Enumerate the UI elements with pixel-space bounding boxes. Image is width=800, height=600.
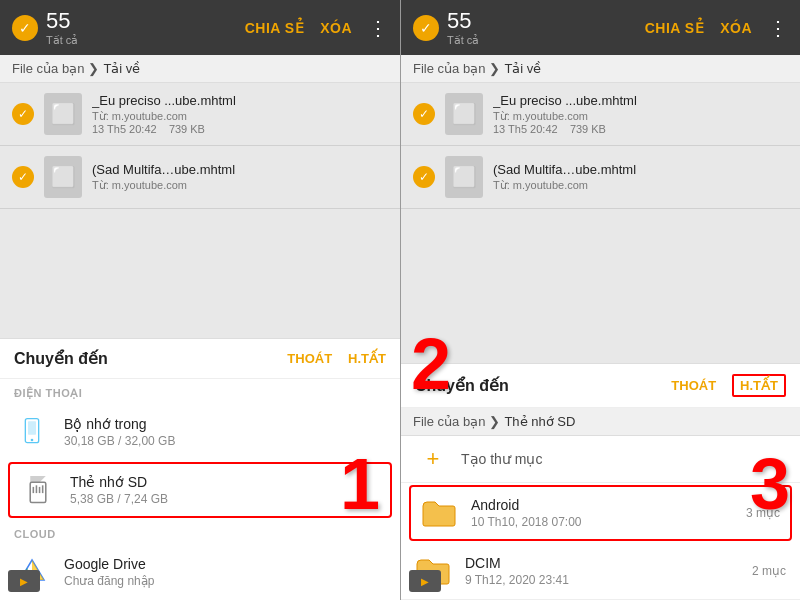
- file-check-right-2: ✓: [413, 166, 435, 188]
- check-icon-left: ✓: [12, 15, 38, 41]
- bottom-sheet-header-right: Chuyển đến THOÁT H.TẤT: [401, 364, 800, 408]
- folder-dcim[interactable]: DCIM 9 Th12, 2020 23:41 2 mục: [401, 543, 800, 600]
- file-list-left: ✓ ⬜ _Eu preciso ...ube.mhtml Từ: m.youtu…: [0, 83, 400, 338]
- cam-icon-right: [409, 570, 441, 592]
- file-meta-right-2: Từ: m.youtube.com: [493, 179, 788, 192]
- file-item-right-1[interactable]: ✓ ⬜ _Eu preciso ...ube.mhtml Từ: m.youtu…: [401, 83, 800, 146]
- breadcrumb-root-left[interactable]: File của bạn: [12, 61, 84, 76]
- check-icon-right: ✓: [413, 15, 439, 41]
- internal-storage-size: 30,18 GB / 32,00 GB: [64, 434, 386, 448]
- file-name-right-1: _Eu preciso ...ube.mhtml: [493, 93, 788, 108]
- file-info-2: (Sad Multifa…ube.mhtml Từ: m.youtube.com: [92, 162, 388, 192]
- storage-sdcard[interactable]: Thẻ nhớ SD 5,38 GB / 7,24 GB: [8, 462, 392, 518]
- count-label-left: 55: [46, 8, 70, 33]
- breadcrumb-bottom-sheet: File của bạn ❯ Thẻ nhớ SD: [401, 408, 800, 436]
- cam-icon-left: [8, 570, 40, 592]
- breadcrumb-arrow-right-top: ❯: [489, 61, 500, 76]
- panel-right: ✓ 55 Tất cả CHIA SẺ XÓA ⋮ File của bạn ❯…: [400, 0, 800, 600]
- file-check-right-1: ✓: [413, 103, 435, 125]
- breadcrumb-current-left[interactable]: Tải về: [103, 61, 140, 76]
- sheet-actions-right: THOÁT H.TẤT: [671, 374, 786, 397]
- file-thumb-right-1: ⬜: [445, 93, 483, 135]
- file-name-1: _Eu preciso ...ube.mhtml: [92, 93, 388, 108]
- file-name-2: (Sad Multifa…ube.mhtml: [92, 162, 388, 177]
- delete-button-left[interactable]: XÓA: [320, 20, 352, 36]
- sheet-title-left: Chuyển đến: [14, 349, 108, 368]
- thoat-button-right[interactable]: THOÁT: [671, 378, 716, 393]
- file-check-1: ✓: [12, 103, 34, 125]
- file-thumb-icon-2: ⬜: [51, 165, 76, 189]
- bottom-sheet-left: Chuyển đến THOÁT H.TẤT ĐIỆN THOẠI Bộ nhớ…: [0, 338, 400, 600]
- breadcrumb-root-right-top[interactable]: File của bạn: [413, 61, 485, 76]
- file-item-1[interactable]: ✓ ⬜ _Eu preciso ...ube.mhtml Từ: m.youtu…: [0, 83, 400, 146]
- sheet-actions-left: THOÁT H.TẤT: [287, 351, 386, 366]
- panel-left: ✓ 55 Tất cả CHIA SẺ XÓA ⋮ File của bạn ❯…: [0, 0, 400, 600]
- sdcard-storage-name: Thẻ nhớ SD: [70, 474, 380, 490]
- android-folder-info: Android 10 Th10, 2018 07:00: [471, 497, 732, 529]
- sdcard-storage-icon: [20, 472, 56, 508]
- count-label-right: 55: [447, 8, 471, 33]
- file-thumb-1: ⬜: [44, 93, 82, 135]
- delete-button-right[interactable]: XÓA: [720, 20, 752, 36]
- folder-android-icon: [421, 495, 457, 531]
- bottom-sheet-header-left: Chuyển đến THOÁT H.TẤT: [0, 339, 400, 379]
- section-cloud: CLOUD: [0, 520, 400, 544]
- share-button-right[interactable]: CHIA SẺ: [645, 20, 704, 36]
- dcim-folder-meta: 9 Th12, 2020 23:41: [465, 573, 738, 587]
- httat-button-right[interactable]: H.TẤT: [732, 374, 786, 397]
- dcim-folder-info: DCIM 9 Th12, 2020 23:41: [465, 555, 738, 587]
- drive-storage-info: Google Drive Chưa đăng nhập: [64, 556, 386, 588]
- storage-internal[interactable]: Bộ nhớ trong 30,18 GB / 32,00 GB: [0, 404, 400, 460]
- svg-rect-1: [28, 421, 36, 434]
- file-info-1: _Eu preciso ...ube.mhtml Từ: m.youtube.c…: [92, 93, 388, 135]
- file-thumb-right-2: ⬜: [445, 156, 483, 198]
- sheet-title-right: Chuyển đến: [415, 376, 509, 395]
- file-meta-right-1: Từ: m.youtube.com 13 Th5 20:42 739 KB: [493, 110, 788, 135]
- dcim-folder-count: 2 mục: [752, 564, 786, 578]
- phone-storage-icon: [14, 414, 50, 450]
- file-name-right-2: (Sad Multifa…ube.mhtml: [493, 162, 788, 177]
- dcim-folder-name: DCIM: [465, 555, 738, 571]
- file-thumb-icon-right-2: ⬜: [452, 165, 477, 189]
- internal-storage-info: Bộ nhớ trong 30,18 GB / 32,00 GB: [64, 416, 386, 448]
- top-bar-right-group-right: CHIA SẺ XÓA ⋮: [645, 16, 788, 40]
- more-icon-right[interactable]: ⋮: [768, 16, 788, 40]
- sub-label-right: Tất cả: [447, 34, 479, 47]
- bottom-sheet-right: Chuyển đến THOÁT H.TẤT File của bạn ❯ Th…: [401, 363, 800, 600]
- folder-android[interactable]: Android 10 Th10, 2018 07:00 3 mục: [409, 485, 792, 541]
- breadcrumb-right-top: File của bạn ❯ Tải về: [401, 55, 800, 83]
- file-thumb-icon-1: ⬜: [51, 102, 76, 126]
- breadcrumb-sheet-current[interactable]: Thẻ nhớ SD: [504, 414, 575, 429]
- file-info-right-2: (Sad Multifa…ube.mhtml Từ: m.youtube.com: [493, 162, 788, 192]
- android-folder-meta: 10 Th10, 2018 07:00: [471, 515, 732, 529]
- breadcrumb-sheet-arrow: ❯: [489, 414, 500, 429]
- breadcrumb-arrow-left: ❯: [88, 61, 99, 76]
- create-folder-label: Tạo thư mục: [461, 451, 542, 467]
- sdcard-storage-size: 5,38 GB / 7,24 GB: [70, 492, 380, 506]
- file-info-right-1: _Eu preciso ...ube.mhtml Từ: m.youtube.c…: [493, 93, 788, 135]
- top-bar-right: ✓ 55 Tất cả CHIA SẺ XÓA ⋮: [401, 0, 800, 55]
- android-folder-name: Android: [471, 497, 732, 513]
- svg-point-2: [31, 439, 34, 442]
- httat-button-left[interactable]: H.TẤT: [348, 351, 386, 366]
- svg-marker-4: [30, 476, 46, 482]
- thoat-button-left[interactable]: THOÁT: [287, 351, 332, 366]
- more-icon-left[interactable]: ⋮: [368, 16, 388, 40]
- file-item-right-2[interactable]: ✓ ⬜ (Sad Multifa…ube.mhtml Từ: m.youtube…: [401, 146, 800, 209]
- file-meta-2: Từ: m.youtube.com: [92, 179, 388, 192]
- create-folder-plus-icon: +: [415, 446, 451, 472]
- share-button-left[interactable]: CHIA SẺ: [245, 20, 304, 36]
- android-folder-count: 3 mục: [746, 506, 780, 520]
- svg-rect-3: [30, 482, 46, 502]
- storage-google-drive[interactable]: Google Drive Chưa đăng nhập: [0, 544, 400, 600]
- create-folder-row[interactable]: + Tạo thư mục: [401, 436, 800, 483]
- file-item-2[interactable]: ✓ ⬜ (Sad Multifa…ube.mhtml Từ: m.youtube…: [0, 146, 400, 209]
- file-thumb-icon-right-1: ⬜: [452, 102, 477, 126]
- breadcrumb-current-right-top[interactable]: Tải về: [504, 61, 541, 76]
- file-check-2: ✓: [12, 166, 34, 188]
- top-bar-left-group: ✓ 55 Tất cả: [12, 8, 78, 47]
- sdcard-storage-info: Thẻ nhớ SD 5,38 GB / 7,24 GB: [70, 474, 380, 506]
- internal-storage-name: Bộ nhớ trong: [64, 416, 386, 432]
- breadcrumb-sheet-root[interactable]: File của bạn: [413, 414, 485, 429]
- file-thumb-2: ⬜: [44, 156, 82, 198]
